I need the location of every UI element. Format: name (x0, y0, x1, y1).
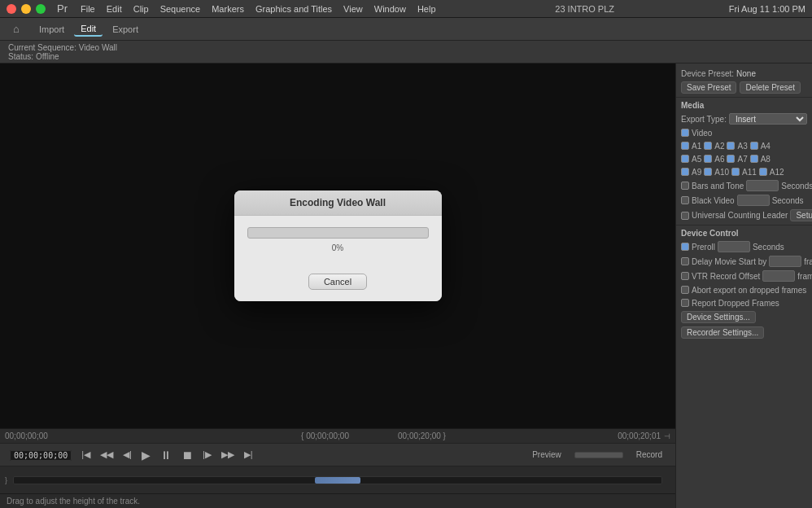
recorder-settings-row: Recorder Settings... (676, 325, 812, 340)
vtr-record-input[interactable] (762, 270, 795, 282)
delay-movie-row: Delay Movie Start by frames (676, 254, 812, 269)
a9-checkbox[interactable] (681, 168, 689, 176)
menu-help[interactable]: Help (413, 0, 441, 18)
current-timecode: 00;00;00;00 (10, 450, 72, 461)
minimize-button[interactable] (21, 4, 31, 14)
a7-label: A7 (737, 155, 747, 164)
a8-label: A8 (761, 155, 771, 164)
home-button[interactable]: ⌂ (8, 21, 24, 37)
window-title: 23 INTRO PLZ (443, 4, 727, 14)
modal-footer: Cancel (234, 274, 442, 301)
menu-graphics[interactable]: Graphics and Titles (251, 0, 337, 18)
delay-frames-unit: frames (804, 257, 812, 266)
menu-file[interactable]: File (76, 0, 100, 18)
preroll-checkbox[interactable] (681, 243, 689, 251)
step-forward-button[interactable]: |▶ (199, 448, 215, 462)
rewind-button[interactable]: ◀◀ (97, 448, 116, 462)
video-checkbox[interactable] (681, 129, 689, 137)
report-dropped-label: Report Dropped Frames (692, 299, 779, 308)
stop-button[interactable]: ⏹ (178, 447, 196, 463)
fast-forward-button[interactable]: ▶▶ (218, 448, 238, 462)
a5-checkbox[interactable] (681, 155, 689, 163)
a1-checkbox[interactable] (681, 142, 689, 150)
vtr-record-row: VTR Record Offset frames (676, 269, 812, 283)
a7-checkbox[interactable] (727, 155, 735, 163)
a2-checkbox[interactable] (704, 142, 712, 150)
black-video-label: Black Video (692, 196, 735, 205)
a11-checkbox[interactable] (731, 168, 740, 176)
a6-label: A6 (714, 155, 724, 164)
export-tab[interactable]: Export (106, 23, 145, 36)
a3-checkbox[interactable] (727, 142, 735, 150)
preview-label: Preview (526, 450, 568, 459)
timecode-in: { 00;00;00;00 (301, 431, 349, 440)
a1-label: A1 (692, 142, 701, 151)
cancel-button[interactable]: Cancel (308, 274, 367, 290)
preview-meter (574, 452, 623, 458)
bars-tone-input[interactable] (746, 180, 779, 191)
bottom-status: Drag to adjust the height of the track. (0, 493, 675, 508)
timecode-marker-icon: ⊣ (664, 432, 670, 440)
universal-counting-checkbox[interactable] (681, 212, 689, 220)
device-control-section: Device Control (676, 225, 812, 239)
report-dropped-checkbox[interactable] (681, 299, 689, 307)
modal-title: Encoding Video Wall (234, 190, 442, 216)
video-label: Video (692, 129, 712, 138)
audio-row-3: A9 A10 A11 A12 (676, 165, 812, 178)
center-area: Encoding Video Wall 0% Cancel 00;00;0 (0, 64, 675, 508)
vtr-record-label: VTR Record Offset (692, 272, 760, 281)
menu-clip[interactable]: Clip (129, 0, 154, 18)
track-area[interactable] (13, 476, 662, 484)
a4-checkbox[interactable] (750, 142, 758, 150)
progress-bar-container (247, 227, 429, 239)
main-layout: Encoding Video Wall 0% Cancel 00;00;0 (0, 64, 812, 508)
bars-tone-label: Bars and Tone (692, 182, 744, 190)
bottom-status-message: Drag to adjust the height of the track. (7, 497, 140, 506)
export-type-select[interactable]: Insert Assembly (729, 113, 807, 125)
a11-label: A11 (742, 168, 757, 177)
timecode-out: 00;00;20;00 } (398, 431, 446, 440)
vtr-frames-unit: frames (797, 272, 812, 281)
recorder-settings-button[interactable]: Recorder Settings... (681, 326, 764, 339)
device-settings-button[interactable]: Device Settings... (681, 311, 756, 323)
delay-movie-checkbox[interactable] (681, 257, 689, 265)
timecode-end-value: 00;00;20;01 (618, 431, 661, 440)
timeline-controls: 00;00;00;00 |◀ ◀◀ ◀| ▶ ⏸ ⏹ |▶ ▶▶ ▶| Prev… (0, 444, 675, 466)
modal-body: 0% (234, 216, 442, 274)
go-to-start-button[interactable]: |◀ (78, 448, 94, 462)
setup-button[interactable]: Setup (790, 209, 812, 221)
a10-checkbox[interactable] (704, 168, 712, 176)
track-left-handle: } (5, 476, 7, 484)
edit-tab[interactable]: Edit (74, 22, 103, 37)
menu-markers[interactable]: Markers (207, 0, 249, 18)
menu-sequence[interactable]: Sequence (155, 0, 206, 18)
offline-status: Status: Offline (8, 52, 804, 61)
go-to-end-button[interactable]: ▶| (241, 448, 256, 462)
close-button[interactable] (7, 4, 16, 14)
pause-button[interactable]: ⏸ (157, 447, 175, 463)
import-tab[interactable]: Import (33, 23, 71, 36)
fullscreen-button[interactable] (36, 4, 46, 14)
black-video-input[interactable] (737, 195, 770, 206)
delay-movie-input[interactable] (769, 256, 801, 267)
play-button[interactable]: ▶ (138, 447, 154, 463)
preroll-input[interactable] (718, 241, 750, 252)
device-preset-label: Device Preset: (681, 69, 734, 78)
a6-checkbox[interactable] (704, 155, 712, 163)
a12-checkbox[interactable] (759, 168, 767, 176)
a8-checkbox[interactable] (750, 155, 758, 163)
preroll-row: Preroll Seconds (676, 239, 812, 254)
menu-view[interactable]: View (338, 0, 368, 18)
vtr-record-checkbox[interactable] (681, 272, 689, 280)
menu-window[interactable]: Window (369, 0, 411, 18)
menu-edit[interactable]: Edit (102, 0, 127, 18)
bars-tone-checkbox[interactable] (681, 182, 689, 190)
abort-export-checkbox[interactable] (681, 286, 689, 294)
preroll-label: Preroll (692, 243, 715, 252)
save-preset-button[interactable]: Save Preset (681, 81, 736, 94)
black-video-checkbox[interactable] (681, 196, 689, 204)
app-logo: Pr (57, 2, 68, 15)
delete-preset-button[interactable]: Delete Preset (740, 81, 801, 94)
step-back-button[interactable]: ◀| (120, 448, 135, 462)
progress-percent: 0% (247, 243, 429, 252)
